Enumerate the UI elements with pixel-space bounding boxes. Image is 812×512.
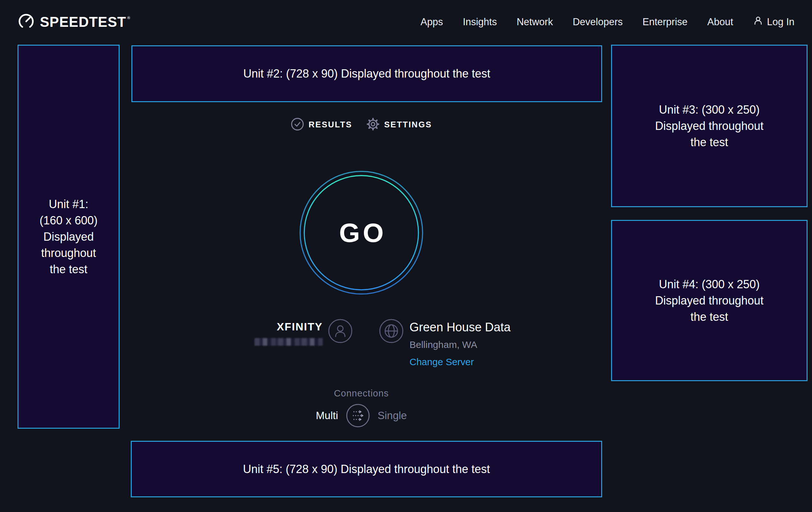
isp-block: XFINITY bbox=[251, 321, 323, 346]
ad-unit-2-text: Unit #2: (728 x 90) Displayed throughout… bbox=[243, 65, 490, 82]
user-icon bbox=[753, 16, 763, 28]
tab-settings[interactable]: SETTINGS bbox=[366, 117, 432, 132]
redacted-ip bbox=[255, 338, 323, 346]
ad-unit-5: Unit #5: (728 x 90) Displayed throughout… bbox=[131, 441, 602, 497]
connection-mode-row: Multi Single bbox=[316, 403, 407, 428]
nav-item-developers[interactable]: Developers bbox=[573, 16, 623, 28]
server-globe-icon bbox=[379, 319, 404, 344]
server-block: Green House Data Bellingham, WA Change S… bbox=[409, 321, 511, 368]
go-button-label: GO bbox=[299, 171, 423, 295]
tab-settings-label: SETTINGS bbox=[384, 120, 432, 130]
isp-name: XFINITY bbox=[277, 321, 323, 333]
speedtest-logo[interactable]: SPEEDTEST ® bbox=[18, 13, 130, 31]
server-location: Bellingham, WA bbox=[409, 339, 477, 350]
isp-user-icon bbox=[328, 319, 353, 344]
logo-wordmark: SPEEDTEST ® bbox=[40, 14, 130, 30]
ad-unit-4-text: Unit #4: (300 x 250) Displayed throughou… bbox=[655, 276, 763, 325]
server-name: Green House Data bbox=[409, 321, 511, 334]
tabs-bar: RESULTS bbox=[291, 117, 432, 132]
nav-item-network[interactable]: Network bbox=[517, 16, 553, 28]
check-circle-icon bbox=[291, 117, 304, 132]
connection-mode-single-label: Single bbox=[378, 409, 407, 422]
nav-item-insights[interactable]: Insights bbox=[463, 16, 497, 28]
logo-text: SPEEDTEST bbox=[40, 14, 126, 30]
nav-item-enterprise[interactable]: Enterprise bbox=[642, 16, 687, 28]
login-label: Log In bbox=[767, 16, 794, 28]
ad-unit-1: Unit #1: (160 x 600) Displayed throughou… bbox=[18, 45, 120, 429]
ad-unit-3: Unit #3: (300 x 250) Displayed throughou… bbox=[611, 45, 808, 207]
ad-unit-4: Unit #4: (300 x 250) Displayed throughou… bbox=[611, 220, 808, 381]
nav-links: Apps Insights Network Developers Enterpr… bbox=[420, 16, 794, 28]
top-nav: SPEEDTEST ® Apps Insights Network Develo… bbox=[0, 0, 812, 44]
tab-results-label: RESULTS bbox=[309, 120, 352, 130]
tab-results[interactable]: RESULTS bbox=[291, 117, 352, 132]
ad-unit-2: Unit #2: (728 x 90) Displayed throughout… bbox=[132, 45, 602, 102]
change-server-link[interactable]: Change Server bbox=[409, 356, 474, 368]
speedtest-page: SPEEDTEST ® Apps Insights Network Develo… bbox=[0, 0, 812, 512]
ad-unit-3-text: Unit #3: (300 x 250) Displayed throughou… bbox=[655, 102, 763, 150]
gear-icon bbox=[366, 117, 379, 132]
login-button[interactable]: Log In bbox=[753, 16, 794, 28]
go-button[interactable]: GO bbox=[299, 171, 423, 295]
connection-mode-toggle[interactable] bbox=[346, 403, 370, 428]
connection-mode-multi-label: Multi bbox=[316, 409, 338, 422]
logo-trademark: ® bbox=[127, 15, 131, 20]
nav-item-apps[interactable]: Apps bbox=[420, 16, 443, 28]
ad-unit-1-text: Unit #1: (160 x 600) Displayed throughou… bbox=[39, 196, 97, 278]
connections-label: Connections bbox=[334, 388, 389, 399]
speedtest-gauge-icon bbox=[18, 13, 35, 31]
ad-unit-5-text: Unit #5: (728 x 90) Displayed throughout… bbox=[243, 461, 490, 477]
nav-item-about[interactable]: About bbox=[707, 16, 733, 28]
